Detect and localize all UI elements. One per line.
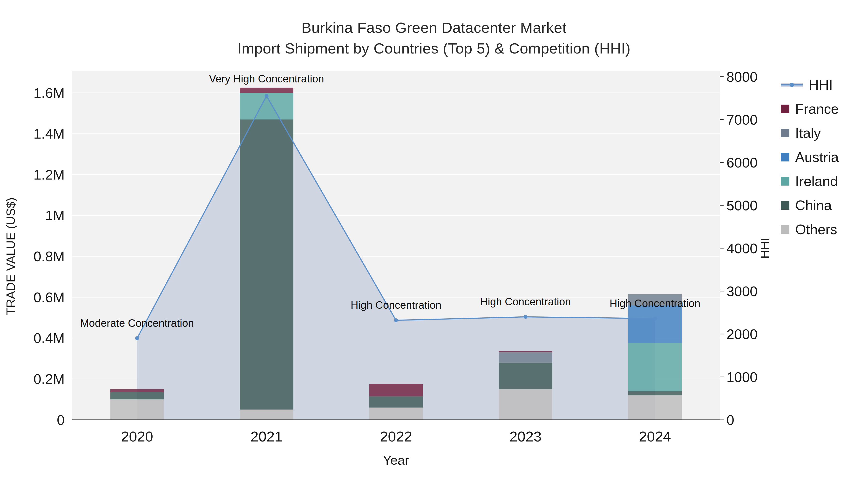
others-legend-swatch	[781, 225, 789, 234]
hhi-point-2020[interactable]	[135, 336, 139, 340]
y-right-tick-label: 0	[726, 412, 734, 428]
legend-item-hhi[interactable]: HHI	[781, 77, 839, 93]
bar-others-2021[interactable]	[240, 410, 293, 420]
chart-plot: 00.2M0.4M0.6M0.8M1M1.2M1.4M1.6M010002000…	[0, 0, 868, 488]
austria-legend-swatch	[781, 153, 789, 161]
y-left-tick-label: 1.6M	[33, 85, 65, 101]
annotation: High Concentration	[610, 297, 701, 309]
y-right-tick-label: 1000	[726, 369, 757, 385]
legend-label: France	[795, 101, 839, 117]
bar-austria-2024[interactable]	[628, 305, 682, 343]
italy-legend-swatch	[781, 129, 789, 137]
hhi-point-2024[interactable]	[653, 317, 657, 321]
bar-france-2021[interactable]	[240, 88, 293, 93]
y-right-tick-label: 7000	[726, 112, 757, 128]
y-left-tick-label: 0.8M	[33, 249, 65, 264]
annotation: High Concentration	[350, 299, 441, 311]
legend-label: Others	[795, 221, 837, 237]
annotation: Moderate Concentration	[80, 317, 194, 329]
legend-item-ireland[interactable]: Ireland	[781, 173, 839, 189]
hhi-legend-swatch	[781, 80, 803, 89]
bar-france-2022[interactable]	[369, 384, 423, 396]
bar-china-2021[interactable]	[240, 119, 293, 410]
x-tick-label: 2024	[639, 428, 671, 445]
legend-item-france[interactable]: France	[781, 101, 839, 117]
france-legend-swatch	[781, 105, 789, 113]
legend-label: Austria	[795, 149, 839, 165]
hhi-point-2022[interactable]	[394, 318, 398, 322]
legend-label: Ireland	[795, 173, 838, 189]
y-right-tick-label: 4000	[726, 240, 757, 256]
y-left-tick-label: 0.4M	[33, 330, 65, 346]
y-left-tick-label: 1.4M	[33, 126, 65, 141]
annotation: Very High Concentration	[209, 73, 324, 85]
legend-label: HHI	[809, 77, 833, 93]
y-left-tick-label: 0.6M	[33, 289, 65, 305]
legend-item-china[interactable]: China	[781, 197, 839, 213]
bar-france-2023[interactable]	[499, 351, 552, 352]
chart-legend: HHIFranceItalyAustriaIrelandChinaOthers	[781, 77, 839, 237]
bar-others-2024[interactable]	[628, 395, 682, 420]
y-right-tick-label: 8000	[726, 69, 757, 85]
y-right-tick-label: 6000	[726, 155, 757, 170]
bar-china-2023[interactable]	[499, 363, 552, 389]
bar-others-2023[interactable]	[499, 389, 552, 420]
legend-label: Italy	[795, 125, 821, 141]
bar-china-2024[interactable]	[628, 391, 682, 395]
y-left-axis-title: TRADE VALUE (US$)	[4, 197, 18, 315]
legend-label: China	[795, 197, 832, 213]
legend-item-others[interactable]: Others	[781, 221, 839, 237]
x-tick-label: 2023	[509, 428, 541, 445]
legend-item-austria[interactable]: Austria	[781, 149, 839, 165]
hhi-point-2021[interactable]	[265, 94, 269, 98]
bar-china-2020[interactable]	[111, 392, 164, 399]
bar-others-2022[interactable]	[369, 408, 423, 420]
bar-china-2022[interactable]	[369, 396, 423, 408]
chart-container: Burkina Faso Green Datacenter Market Imp…	[0, 0, 868, 488]
china-legend-swatch	[781, 201, 789, 210]
y-left-tick-label: 0	[57, 412, 65, 428]
y-right-axis-title: HHI	[758, 238, 772, 259]
hhi-point-2023[interactable]	[524, 315, 528, 319]
x-tick-label: 2020	[121, 428, 153, 445]
x-tick-label: 2022	[380, 428, 412, 445]
y-left-tick-label: 1M	[45, 207, 65, 223]
bar-others-2020[interactable]	[111, 399, 164, 420]
legend-item-italy[interactable]: Italy	[781, 125, 839, 141]
x-axis-title: Year	[383, 453, 409, 467]
ireland-legend-swatch	[781, 177, 789, 186]
y-left-tick-label: 1.2M	[33, 167, 65, 183]
x-tick-label: 2021	[250, 428, 283, 445]
bar-france-2020[interactable]	[111, 389, 164, 392]
y-right-tick-label: 5000	[726, 198, 757, 213]
y-right-tick-label: 2000	[726, 326, 757, 342]
bar-ireland-2024[interactable]	[628, 343, 682, 391]
y-left-tick-label: 0.2M	[33, 371, 65, 387]
bar-italy-2023[interactable]	[499, 352, 552, 362]
annotation: High Concentration	[480, 296, 571, 307]
y-right-tick-label: 3000	[726, 283, 757, 299]
